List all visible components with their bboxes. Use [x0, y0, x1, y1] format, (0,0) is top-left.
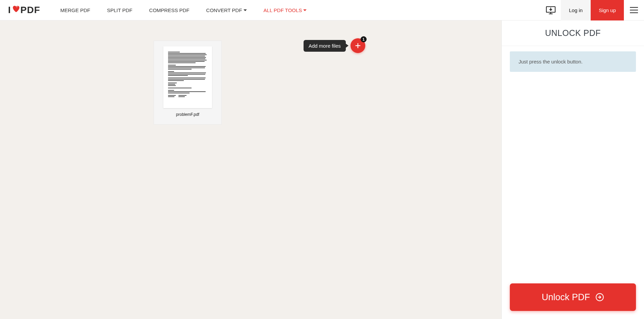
logo-text-left: I: [8, 5, 11, 15]
add-files-tooltip: Add more files: [304, 40, 346, 52]
main: problemF.pdf Add more files 1 UNLOCK PDF…: [0, 20, 644, 319]
nav-merge[interactable]: MERGE PDF: [60, 7, 90, 13]
add-files-button[interactable]: 1: [351, 38, 365, 53]
file-count-badge: 1: [361, 36, 367, 42]
signup-button[interactable]: Sign up: [591, 0, 624, 20]
logo[interactable]: I PDF: [8, 5, 40, 16]
heart-icon: [11, 4, 20, 15]
nav-compress-label: COMPRESS PDF: [149, 7, 190, 13]
file-card[interactable]: problemF.pdf: [154, 41, 222, 125]
nav-split[interactable]: SPLIT PDF: [107, 7, 132, 13]
menu-button[interactable]: [624, 0, 644, 20]
chevron-down-icon: [303, 9, 307, 11]
login-button[interactable]: Log in: [561, 0, 591, 20]
tooltip-label: Add more files: [309, 43, 341, 49]
logo-text-right: PDF: [20, 5, 40, 15]
sidebar-title: UNLOCK PDF: [502, 20, 644, 46]
unlock-label: Unlock PDF: [542, 292, 590, 303]
sidebar-body: Just press the unlock button.: [502, 46, 644, 283]
nav: MERGE PDF SPLIT PDF COMPRESS PDF CONVERT…: [60, 7, 307, 13]
arrow-right-circle-icon: [595, 293, 604, 302]
nav-all-tools[interactable]: ALL PDF TOOLS: [264, 7, 307, 13]
file-name: problemF.pdf: [176, 112, 199, 117]
nav-all-label: ALL PDF TOOLS: [264, 7, 302, 13]
plus-icon: [354, 42, 362, 49]
desktop-download-icon[interactable]: [541, 0, 561, 20]
unlock-button[interactable]: Unlock PDF: [510, 283, 636, 311]
nav-convert-label: CONVERT PDF: [206, 7, 242, 13]
nav-convert[interactable]: CONVERT PDF: [206, 7, 247, 13]
nav-merge-label: MERGE PDF: [60, 7, 90, 13]
chevron-down-icon: [244, 9, 247, 11]
file-canvas: problemF.pdf Add more files 1: [0, 20, 501, 319]
nav-compress[interactable]: COMPRESS PDF: [149, 7, 190, 13]
login-label: Log in: [569, 7, 583, 13]
info-box: Just press the unlock button.: [510, 51, 636, 72]
header-right: Log in Sign up: [541, 0, 644, 20]
file-preview: [163, 46, 212, 108]
add-files-area: Add more files 1: [304, 38, 365, 53]
hamburger-icon: [630, 7, 638, 13]
info-text: Just press the unlock button.: [519, 59, 583, 64]
nav-split-label: SPLIT PDF: [107, 7, 132, 13]
signup-label: Sign up: [599, 7, 616, 13]
header: I PDF MERGE PDF SPLIT PDF COMPRESS PDF C…: [0, 0, 644, 20]
sidebar: UNLOCK PDF Just press the unlock button.…: [501, 20, 644, 319]
sidebar-footer: Unlock PDF: [502, 283, 644, 319]
